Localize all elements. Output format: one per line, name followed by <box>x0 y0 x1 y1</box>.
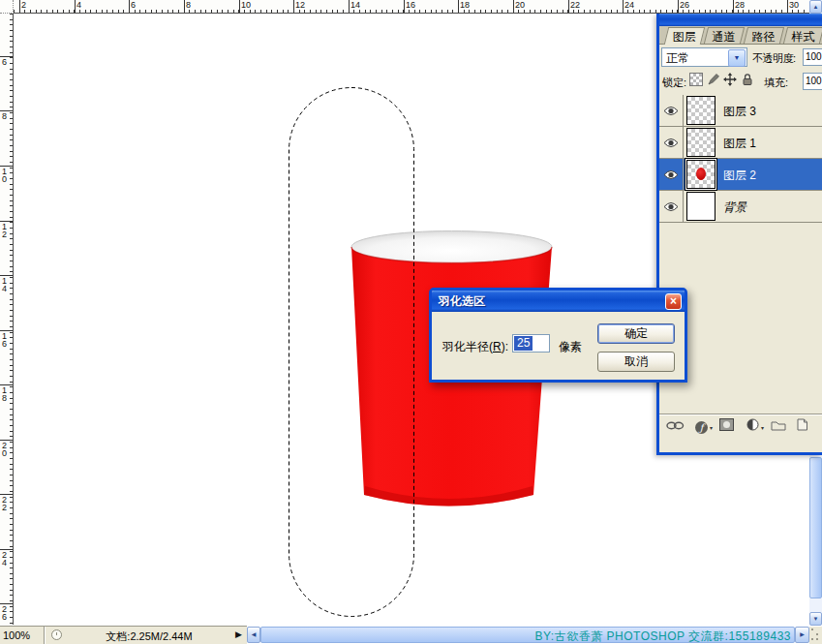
ruler-major-tick <box>678 0 679 13</box>
layer-name[interactable]: 背景 <box>723 199 746 216</box>
layer-style-icon[interactable]: ƒ <box>695 417 708 435</box>
tab-layers[interactable]: 图层 <box>664 27 705 45</box>
link-layers-icon[interactable] <box>666 417 685 435</box>
ruler-label: 30 <box>789 0 799 10</box>
ruler-tick <box>754 10 755 13</box>
layer-row-selected[interactable]: 图层 2 <box>659 159 822 191</box>
ruler-tick <box>10 502 13 503</box>
scroll-up-button[interactable]: ▲ <box>809 0 822 14</box>
close-icon[interactable]: × <box>665 293 682 310</box>
ruler-label: 8 <box>186 0 191 10</box>
tab-paths[interactable]: 路径 <box>744 27 784 44</box>
dialog-titlebar[interactable]: 羽化选区 × <box>432 291 685 312</box>
vertical-scrollbar-thumb[interactable] <box>809 457 822 598</box>
ruler-tick <box>10 332 13 333</box>
resize-grip[interactable] <box>809 627 822 644</box>
layer-mask-icon[interactable] <box>719 417 734 435</box>
ruler-tick <box>10 228 13 229</box>
ruler-tick <box>10 365 13 366</box>
status-clock-icon <box>51 629 62 640</box>
ruler-tick <box>524 10 525 13</box>
cancel-button[interactable]: 取消 <box>597 352 675 372</box>
layer-thumbnail[interactable] <box>686 160 715 189</box>
ruler-tick <box>10 41 13 42</box>
chevron-down-icon[interactable]: ▼ <box>728 49 746 67</box>
ruler-tick <box>151 10 152 13</box>
layer-thumbnail[interactable] <box>686 192 715 221</box>
ruler-label: 18 <box>2 386 7 402</box>
caret-down-icon: ▾ <box>710 424 713 431</box>
ruler-tick <box>655 10 656 13</box>
blend-mode-dropdown[interactable]: 正常 ▼ <box>661 47 747 67</box>
ruler-label: 2 <box>21 0 26 10</box>
ruler-tick <box>359 10 360 13</box>
ruler-tick <box>10 606 13 607</box>
visibility-toggle[interactable] <box>659 191 684 222</box>
ruler-tick <box>10 200 13 201</box>
ruler-label: 26 <box>2 605 7 621</box>
ruler-tick <box>10 96 13 97</box>
ruler-tick <box>563 10 563 13</box>
ruler-tick <box>726 10 727 13</box>
ruler-tick <box>10 398 13 399</box>
visibility-toggle[interactable] <box>659 127 684 158</box>
opacity-label: 不透明度: <box>752 51 796 66</box>
ok-button[interactable]: 确定 <box>597 323 675 344</box>
ruler-tick <box>112 10 113 13</box>
ruler-major-tick <box>293 0 294 13</box>
eye-icon <box>663 106 679 116</box>
layer-row[interactable]: 图层 1 <box>659 127 822 159</box>
fill-input[interactable]: 100 <box>803 73 822 90</box>
ruler-tick <box>10 288 13 289</box>
ruler-tick <box>710 10 711 13</box>
feather-radius-input[interactable]: 25 <box>512 334 550 353</box>
ruler-tick <box>441 10 442 13</box>
ruler-tick <box>195 10 196 13</box>
ruler-tick <box>10 271 13 272</box>
lock-paint-brush-icon[interactable] <box>707 73 720 86</box>
visibility-toggle[interactable] <box>659 95 684 126</box>
palette-tab-bar: 图层 通道 路径 样式 色 <box>659 26 822 45</box>
ruler-origin-box[interactable] <box>0 0 14 14</box>
ruler-tick <box>10 337 13 338</box>
palette-footer: ƒ ▾ ▾ <box>659 414 822 434</box>
ruler-tick <box>10 469 13 470</box>
ruler-tick <box>10 310 13 311</box>
layer-name[interactable]: 图层 3 <box>723 104 756 120</box>
scroll-right-button[interactable]: ▶ <box>795 627 809 643</box>
ruler-tick <box>771 10 772 13</box>
new-group-folder-icon[interactable] <box>771 417 786 435</box>
lock-move-icon[interactable] <box>723 73 737 86</box>
adjustment-layer-icon[interactable] <box>746 417 759 435</box>
status-flyout-arrow[interactable]: ▶ <box>235 629 242 639</box>
ruler-tick <box>10 563 13 564</box>
tab-channels[interactable]: 通道 <box>704 27 745 44</box>
ruler-label: 20 <box>2 442 7 457</box>
layer-thumbnail[interactable] <box>686 128 715 157</box>
scroll-down-button[interactable]: ▼ <box>809 612 822 626</box>
new-layer-icon[interactable] <box>795 417 807 435</box>
ruler-tick <box>436 10 437 13</box>
ruler-tick <box>721 10 722 13</box>
layer-name[interactable]: 图层 2 <box>723 168 756 184</box>
layer-name[interactable]: 图层 1 <box>723 136 756 152</box>
ruler-tick <box>250 10 251 13</box>
ruler-tick <box>584 10 585 13</box>
tab-styles[interactable]: 样式 <box>783 27 822 44</box>
ruler-tick <box>10 524 13 525</box>
ruler-major-tick <box>404 0 405 13</box>
ruler-tick <box>10 283 13 284</box>
layer-row-background[interactable]: 背景 <box>659 191 822 223</box>
layer-thumbnail[interactable] <box>686 96 715 125</box>
ruler-tick <box>10 617 13 618</box>
visibility-toggle[interactable] <box>659 159 684 190</box>
zoom-percentage-field[interactable]: 100% <box>3 629 40 641</box>
scroll-left-button[interactable]: ◀ <box>247 627 260 643</box>
palette-titlebar[interactable] <box>659 14 822 26</box>
opacity-input[interactable]: 100 <box>803 48 822 66</box>
lock-all-padlock-icon[interactable] <box>741 73 754 86</box>
ruler-label: 22 <box>2 496 7 511</box>
ruler-tick <box>431 10 432 13</box>
lock-transparency-icon[interactable] <box>689 73 703 86</box>
layer-row[interactable]: 图层 3 <box>659 95 822 127</box>
